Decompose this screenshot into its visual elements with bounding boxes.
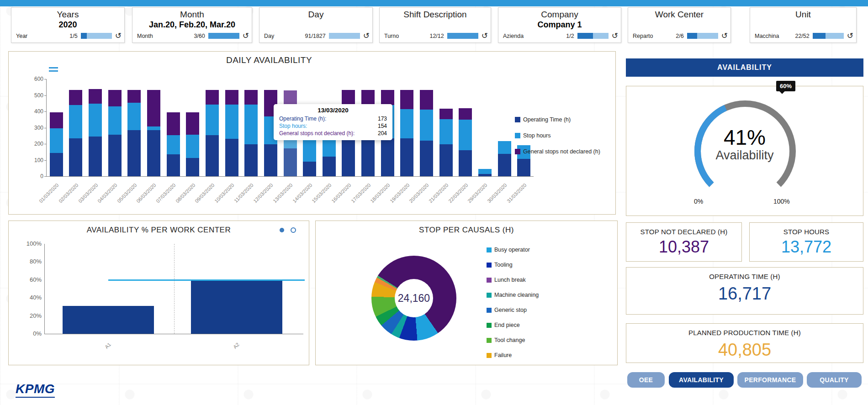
daily-bar-06/03/2020[interactable] (147, 90, 160, 176)
x-axis-date-label: 18/03/2020 (369, 182, 391, 204)
filter-footer: Day91/1827↺ (264, 32, 370, 40)
reset-filter-icon[interactable]: ↺ (363, 32, 370, 40)
chart-tooltip: 13/03/2020 Operating Time (h):173Stop ho… (274, 104, 392, 140)
filter-progress-bar[interactable] (81, 33, 112, 39)
donut-legend-item[interactable]: Busy operator (487, 247, 539, 253)
y-axis-tick-label: 80% (21, 258, 42, 265)
filter-selected-value (259, 20, 372, 30)
legend-label: Machine cleaning (494, 292, 539, 298)
filter-title: Company (498, 10, 621, 20)
x-axis-date-label: 15/03/2020 (311, 182, 332, 204)
legend-item[interactable]: General stops not declared (h) (515, 148, 600, 155)
nav-button-quality[interactable]: QUALITY (807, 372, 862, 388)
filter-progress-bar[interactable] (447, 33, 478, 39)
donut-legend-item[interactable]: End piece (487, 322, 539, 328)
bar-segment-1 (69, 105, 82, 138)
legend-swatch-icon (487, 278, 492, 283)
filter-progress-bar[interactable] (687, 33, 718, 39)
daily-bar-22/03/2020[interactable] (459, 108, 472, 176)
nav-button-performance[interactable]: PERFORMANCE (737, 372, 803, 388)
kpi-title: STOP NOT DECLARED (H) (626, 228, 741, 236)
bar-segment-0 (400, 138, 413, 176)
daily-bar-04/03/2020[interactable] (108, 90, 122, 176)
filter-field-label: Year (16, 33, 27, 39)
kpi-title: STOP HOURS (750, 228, 863, 236)
bar-segment-1 (108, 106, 122, 135)
tooltip-row: General stops not declared (h):204 (279, 130, 387, 137)
reset-filter-icon[interactable]: ↺ (721, 32, 728, 40)
filter-progress-bar[interactable] (577, 33, 609, 39)
daily-bar-19/03/2020[interactable] (400, 90, 413, 176)
donut-legend-item[interactable]: Tooling (487, 262, 539, 268)
hamburger-menu-icon[interactable] (49, 67, 58, 74)
daily-bar-10/03/2020[interactable] (225, 90, 238, 176)
daily-bar-01/03/2020[interactable] (50, 112, 63, 176)
daily-bar-07/03/2020[interactable] (167, 112, 180, 176)
donut-legend-item[interactable]: Tool change (487, 337, 539, 343)
bar-segment-1 (206, 105, 219, 135)
bar-segment-2 (381, 90, 394, 105)
target-line (108, 279, 305, 281)
daily-bar-30/03/2020[interactable] (498, 141, 511, 176)
daily-bar-20/03/2020[interactable] (420, 90, 433, 176)
y-axis-tick-label: 20% (21, 312, 42, 319)
legend-dot-filled-icon[interactable] (280, 228, 284, 232)
daily-bar-09/03/2020[interactable] (206, 90, 219, 176)
tooltip-value: 173 (378, 115, 387, 122)
progress-segment (447, 33, 478, 39)
daily-bar-08/03/2020[interactable] (186, 112, 199, 176)
donut-legend-item[interactable]: Generic stop (487, 307, 539, 313)
reset-filter-icon[interactable]: ↺ (612, 32, 618, 40)
reset-filter-icon[interactable]: ↺ (115, 32, 122, 40)
workcenter-bar-A1[interactable] (63, 306, 154, 334)
filter-title: Month (132, 10, 252, 20)
legend-label: Tool change (494, 337, 525, 343)
x-axis-date-label: 31/03/2020 (506, 182, 527, 204)
nav-button-oee[interactable]: OEE (627, 372, 665, 388)
x-axis-date-label: 17/03/2020 (350, 182, 371, 204)
y-axis-tick-label: 100% (21, 240, 42, 247)
nav-button-availability[interactable]: AVAILABILITY (669, 372, 734, 388)
daily-bar-03/03/2020[interactable] (89, 89, 102, 176)
donut-legend-item[interactable]: Lunch break (487, 277, 539, 283)
filter-field-label: Azienda (503, 33, 524, 39)
workcenter-bar-A2[interactable] (191, 280, 282, 334)
daily-bar-29/03/2020[interactable] (478, 169, 492, 176)
tooltip-date: 13/03/2020 (279, 107, 387, 114)
reset-filter-icon[interactable]: ↺ (847, 32, 853, 40)
legend-item[interactable]: Operating Time (h) (515, 116, 600, 123)
donut-legend-item[interactable]: Failure (487, 352, 539, 358)
kpi-value: 13,772 (750, 237, 863, 257)
donut-chart-title: STOP PER CAUSALS (H) (316, 226, 617, 235)
legend-label: Failure (494, 352, 512, 358)
bar-segment-0 (420, 141, 433, 176)
kpi-planned-production-time: PLANNED PRODUCTION TIME (H) 40,805 (626, 323, 863, 363)
bar-segment-2 (400, 90, 413, 109)
filter-progress-bar[interactable] (813, 33, 844, 39)
tooltip-label: General stops not declared (h): (279, 130, 355, 137)
reset-filter-icon[interactable]: ↺ (482, 32, 488, 40)
daily-bar-21/03/2020[interactable] (439, 109, 453, 176)
donut-legend-item[interactable]: Machine cleaning (487, 292, 539, 298)
legend-item[interactable]: Stop hours (515, 132, 600, 139)
x-axis-date-label: 05/03/2020 (116, 182, 138, 204)
daily-bar-11/03/2020[interactable] (244, 90, 258, 176)
filter-field-label: Day (264, 33, 274, 39)
availability-section-header: AVAILABILITY (626, 58, 863, 77)
y-axis-tick-label: 0% (21, 330, 42, 337)
reset-filter-icon[interactable]: ↺ (243, 32, 249, 40)
x-axis-date-label: 04/03/2020 (96, 182, 118, 204)
legend-dot-hollow-icon[interactable] (291, 227, 296, 233)
filter-progress-bar[interactable] (329, 33, 360, 39)
x-axis-date-label: 12/03/2020 (252, 182, 274, 204)
bar-segment-0 (69, 138, 82, 176)
filter-footer: Reparto2/6↺ (633, 32, 728, 40)
bar-segment-1 (478, 169, 492, 174)
y-axis-tick-label: 100 (25, 157, 43, 163)
x-axis-date-label: 19/03/2020 (389, 182, 410, 204)
daily-bar-05/03/2020[interactable] (127, 90, 141, 176)
gauge-value: 41% (626, 126, 863, 148)
daily-bar-02/03/2020[interactable] (69, 90, 82, 176)
top-accent-bar (0, 0, 868, 6)
filter-progress-bar[interactable] (208, 33, 239, 39)
